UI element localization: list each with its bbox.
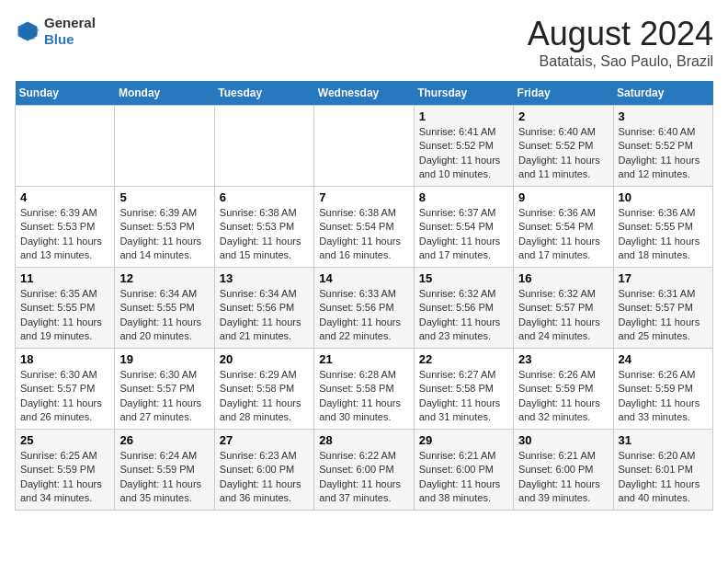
day-info: Sunrise: 6:28 AMSunset: 5:58 PMDaylight:… — [319, 368, 408, 425]
day-number: 3 — [619, 109, 708, 123]
day-number: 31 — [619, 433, 708, 447]
calendar-cell — [16, 106, 115, 187]
day-info: Sunrise: 6:38 AMSunset: 5:53 PMDaylight:… — [220, 206, 309, 263]
day-number: 18 — [20, 352, 109, 366]
calendar-cell: 6Sunrise: 6:38 AMSunset: 5:53 PMDaylight… — [214, 187, 313, 268]
calendar-body: 1Sunrise: 6:41 AMSunset: 5:52 PMDaylight… — [16, 106, 713, 511]
calendar-cell: 22Sunrise: 6:27 AMSunset: 5:58 PMDayligh… — [414, 349, 513, 430]
calendar-cell: 20Sunrise: 6:29 AMSunset: 5:58 PMDayligh… — [214, 349, 313, 430]
day-number: 14 — [319, 271, 408, 285]
day-info: Sunrise: 6:37 AMSunset: 5:54 PMDaylight:… — [419, 206, 508, 263]
day-number: 28 — [319, 433, 408, 447]
day-number: 22 — [419, 352, 508, 366]
day-number: 15 — [419, 271, 508, 285]
day-number: 27 — [220, 433, 309, 447]
day-number: 24 — [619, 352, 708, 366]
calendar-cell: 18Sunrise: 6:30 AMSunset: 5:57 PMDayligh… — [16, 349, 115, 430]
day-info: Sunrise: 6:34 AMSunset: 5:56 PMDaylight:… — [220, 287, 309, 344]
day-number: 4 — [20, 190, 109, 204]
main-title: August 2024 — [528, 15, 713, 53]
day-number: 21 — [319, 352, 408, 366]
calendar-cell: 31Sunrise: 6:20 AMSunset: 6:01 PMDayligh… — [613, 430, 712, 511]
header-cell-friday: Friday — [514, 81, 613, 106]
day-info: Sunrise: 6:29 AMSunset: 5:58 PMDaylight:… — [220, 368, 309, 425]
week-row-5: 25Sunrise: 6:25 AMSunset: 5:59 PMDayligh… — [16, 430, 713, 511]
calendar-cell: 11Sunrise: 6:35 AMSunset: 5:55 PMDayligh… — [16, 268, 115, 349]
calendar-cell: 10Sunrise: 6:36 AMSunset: 5:55 PMDayligh… — [613, 187, 712, 268]
day-info: Sunrise: 6:32 AMSunset: 5:57 PMDaylight:… — [518, 287, 608, 344]
calendar-cell: 21Sunrise: 6:28 AMSunset: 5:58 PMDayligh… — [314, 349, 414, 430]
day-number: 19 — [119, 352, 209, 366]
day-info: Sunrise: 6:40 AMSunset: 5:52 PMDaylight:… — [518, 125, 608, 182]
calendar-cell — [214, 106, 313, 187]
calendar-cell: 1Sunrise: 6:41 AMSunset: 5:52 PMDaylight… — [414, 106, 513, 187]
day-number: 5 — [119, 190, 209, 204]
calendar-cell: 30Sunrise: 6:21 AMSunset: 6:00 PMDayligh… — [514, 430, 613, 511]
day-info: Sunrise: 6:31 AMSunset: 5:57 PMDaylight:… — [619, 287, 708, 344]
day-info: Sunrise: 6:40 AMSunset: 5:52 PMDaylight:… — [619, 125, 708, 182]
day-number: 13 — [220, 271, 309, 285]
day-number: 12 — [119, 271, 209, 285]
calendar-cell: 7Sunrise: 6:38 AMSunset: 5:54 PMDaylight… — [314, 187, 414, 268]
header-cell-tuesday: Tuesday — [214, 81, 313, 106]
calendar-cell: 27Sunrise: 6:23 AMSunset: 6:00 PMDayligh… — [214, 430, 313, 511]
calendar-cell: 13Sunrise: 6:34 AMSunset: 5:56 PMDayligh… — [214, 268, 313, 349]
week-row-2: 4Sunrise: 6:39 AMSunset: 5:53 PMDaylight… — [16, 187, 713, 268]
day-number: 1 — [419, 109, 508, 123]
day-info: Sunrise: 6:25 AMSunset: 5:59 PMDaylight:… — [20, 449, 109, 506]
day-number: 25 — [20, 433, 109, 447]
day-number: 30 — [518, 433, 608, 447]
day-number: 17 — [619, 271, 708, 285]
day-info: Sunrise: 6:30 AMSunset: 5:57 PMDaylight:… — [119, 368, 209, 425]
header-cell-thursday: Thursday — [414, 81, 513, 106]
day-number: 7 — [319, 190, 408, 204]
calendar-cell: 4Sunrise: 6:39 AMSunset: 5:53 PMDaylight… — [16, 187, 115, 268]
calendar-cell: 28Sunrise: 6:22 AMSunset: 6:00 PMDayligh… — [314, 430, 414, 511]
day-info: Sunrise: 6:39 AMSunset: 5:53 PMDaylight:… — [20, 206, 109, 263]
day-info: Sunrise: 6:24 AMSunset: 5:59 PMDaylight:… — [119, 449, 209, 506]
day-info: Sunrise: 6:21 AMSunset: 6:00 PMDaylight:… — [419, 449, 508, 506]
day-number: 9 — [518, 190, 608, 204]
day-number: 2 — [518, 109, 608, 123]
calendar-cell: 16Sunrise: 6:32 AMSunset: 5:57 PMDayligh… — [514, 268, 613, 349]
day-number: 16 — [518, 271, 608, 285]
calendar-cell: 25Sunrise: 6:25 AMSunset: 5:59 PMDayligh… — [16, 430, 115, 511]
day-number: 26 — [119, 433, 209, 447]
day-info: Sunrise: 6:39 AMSunset: 5:53 PMDaylight:… — [119, 206, 209, 263]
day-number: 20 — [220, 352, 309, 366]
calendar-cell: 12Sunrise: 6:34 AMSunset: 5:55 PMDayligh… — [115, 268, 214, 349]
day-info: Sunrise: 6:32 AMSunset: 5:56 PMDaylight:… — [419, 287, 508, 344]
calendar-cell: 17Sunrise: 6:31 AMSunset: 5:57 PMDayligh… — [613, 268, 712, 349]
day-info: Sunrise: 6:22 AMSunset: 6:00 PMDaylight:… — [319, 449, 408, 506]
logo-icon — [15, 18, 40, 44]
day-info: Sunrise: 6:38 AMSunset: 5:54 PMDaylight:… — [319, 206, 408, 263]
calendar-cell: 24Sunrise: 6:26 AMSunset: 5:59 PMDayligh… — [613, 349, 712, 430]
week-row-4: 18Sunrise: 6:30 AMSunset: 5:57 PMDayligh… — [16, 349, 713, 430]
calendar-cell: 2Sunrise: 6:40 AMSunset: 5:52 PMDaylight… — [514, 106, 613, 187]
day-number: 23 — [518, 352, 608, 366]
calendar-cell: 8Sunrise: 6:37 AMSunset: 5:54 PMDaylight… — [414, 187, 513, 268]
logo-text-line2: Blue — [44, 31, 96, 48]
logo-text-line1: General — [44, 15, 96, 31]
day-info: Sunrise: 6:23 AMSunset: 6:00 PMDaylight:… — [220, 449, 309, 506]
day-info: Sunrise: 6:30 AMSunset: 5:57 PMDaylight:… — [20, 368, 109, 425]
day-number: 10 — [619, 190, 708, 204]
calendar-cell: 5Sunrise: 6:39 AMSunset: 5:53 PMDaylight… — [115, 187, 214, 268]
day-info: Sunrise: 6:26 AMSunset: 5:59 PMDaylight:… — [619, 368, 708, 425]
day-info: Sunrise: 6:33 AMSunset: 5:56 PMDaylight:… — [319, 287, 408, 344]
calendar-cell: 15Sunrise: 6:32 AMSunset: 5:56 PMDayligh… — [414, 268, 513, 349]
header-row: SundayMondayTuesdayWednesdayThursdayFrid… — [16, 81, 713, 106]
title-block: August 2024 Batatais, Sao Paulo, Brazil — [528, 15, 713, 70]
day-number: 6 — [220, 190, 309, 204]
calendar-cell: 23Sunrise: 6:26 AMSunset: 5:59 PMDayligh… — [514, 349, 613, 430]
day-info: Sunrise: 6:35 AMSunset: 5:55 PMDaylight:… — [20, 287, 109, 344]
calendar-cell: 29Sunrise: 6:21 AMSunset: 6:00 PMDayligh… — [414, 430, 513, 511]
day-info: Sunrise: 6:36 AMSunset: 5:54 PMDaylight:… — [518, 206, 608, 263]
calendar-cell — [115, 106, 214, 187]
day-info: Sunrise: 6:34 AMSunset: 5:55 PMDaylight:… — [119, 287, 209, 344]
day-info: Sunrise: 6:21 AMSunset: 6:00 PMDaylight:… — [518, 449, 608, 506]
subtitle: Batatais, Sao Paulo, Brazil — [528, 53, 713, 70]
page-header: General Blue August 2024 Batatais, Sao P… — [15, 15, 713, 70]
day-info: Sunrise: 6:41 AMSunset: 5:52 PMDaylight:… — [419, 125, 508, 182]
calendar-table: SundayMondayTuesdayWednesdayThursdayFrid… — [15, 81, 713, 511]
